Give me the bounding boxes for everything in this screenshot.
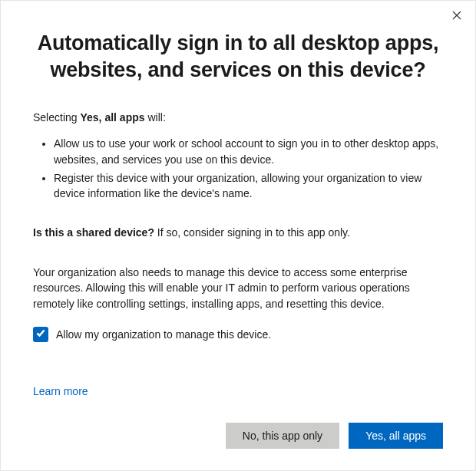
dialog-title: Automatically sign in to all desktop app…: [33, 30, 443, 84]
intro-prefix: Selecting: [33, 111, 80, 124]
list-item: Allow us to use your work or school acco…: [54, 136, 443, 167]
learn-more-link[interactable]: Learn more: [33, 385, 88, 397]
intro-suffix: will:: [145, 111, 166, 124]
shared-rest: If so, consider signing in to this app o…: [154, 226, 350, 239]
close-button[interactable]: [448, 7, 466, 25]
signin-dialog: Automatically sign in to all desktop app…: [0, 0, 476, 471]
bullet-list: Allow us to use your work or school acco…: [43, 136, 443, 201]
shared-device-text: Is this a shared device? If so, consider…: [33, 225, 443, 240]
no-this-app-only-button[interactable]: No, this app only: [226, 423, 339, 449]
close-icon: [452, 9, 461, 23]
dialog-content: Automatically sign in to all desktop app…: [1, 1, 475, 398]
allow-manage-label[interactable]: Allow my organization to manage this dev…: [56, 328, 271, 341]
allow-manage-checkbox[interactable]: [33, 327, 48, 342]
checkmark-icon: [35, 328, 46, 341]
shared-bold: Is this a shared device?: [33, 226, 154, 239]
list-item: Register this device with your organizat…: [54, 170, 443, 202]
intro-text: Selecting Yes, all apps will:: [33, 110, 443, 125]
button-row: No, this app only Yes, all apps: [226, 423, 443, 449]
org-manage-text: Your organization also needs to manage t…: [33, 265, 443, 311]
intro-bold: Yes, all apps: [80, 111, 144, 124]
checkbox-row: Allow my organization to manage this dev…: [33, 327, 443, 342]
yes-all-apps-button[interactable]: Yes, all apps: [349, 423, 443, 449]
